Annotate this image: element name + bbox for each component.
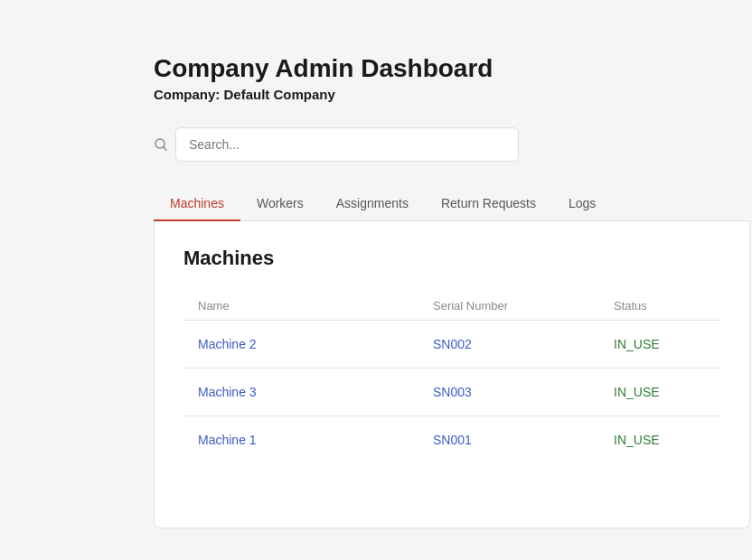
- machine-status-2: IN_USE: [614, 433, 749, 447]
- col-header-name: Name: [198, 299, 433, 313]
- machines-table: Name Serial Number Status Machine 2 SN00…: [183, 292, 720, 463]
- tab-workers[interactable]: Workers: [240, 187, 320, 221]
- page-title: Company Admin Dashboard: [154, 54, 752, 83]
- panel-title: Machines: [183, 247, 720, 270]
- table-header: Name Serial Number Status: [183, 292, 720, 321]
- tab-return-requests[interactable]: Return Requests: [425, 187, 552, 221]
- tabs-nav: Machines Workers Assignments Return Requ…: [154, 187, 752, 221]
- machines-panel: Machines Name Serial Number Status Machi…: [154, 221, 750, 528]
- machine-serial-0: SN002: [433, 337, 614, 351]
- search-section: [154, 127, 752, 162]
- machine-serial-1: SN003: [433, 385, 614, 399]
- machine-name-1[interactable]: Machine 3: [198, 385, 433, 399]
- search-icon: [154, 137, 168, 152]
- machine-name-0[interactable]: Machine 2: [198, 337, 433, 351]
- search-input[interactable]: [175, 127, 519, 162]
- header-section: Company Admin Dashboard Company: Default…: [154, 54, 752, 102]
- company-subtitle: Company: Default Company: [154, 87, 752, 102]
- tab-assignments[interactable]: Assignments: [320, 187, 425, 221]
- table-row: Machine 3 SN003 IN_USE: [183, 369, 720, 416]
- tab-machines[interactable]: Machines: [154, 187, 240, 221]
- col-header-serial: Serial Number: [433, 299, 614, 313]
- page-container: Company Admin Dashboard Company: Default…: [0, 0, 752, 528]
- machine-serial-2: SN001: [433, 433, 614, 447]
- table-row: Machine 2 SN002 IN_USE: [183, 321, 720, 369]
- svg-line-1: [164, 147, 166, 150]
- col-header-status: Status: [614, 299, 749, 313]
- machine-status-1: IN_USE: [614, 385, 749, 399]
- machine-status-0: IN_USE: [614, 337, 749, 351]
- machine-name-2[interactable]: Machine 1: [198, 433, 433, 447]
- table-row: Machine 1 SN001 IN_USE: [183, 416, 720, 463]
- tab-logs[interactable]: Logs: [552, 187, 612, 221]
